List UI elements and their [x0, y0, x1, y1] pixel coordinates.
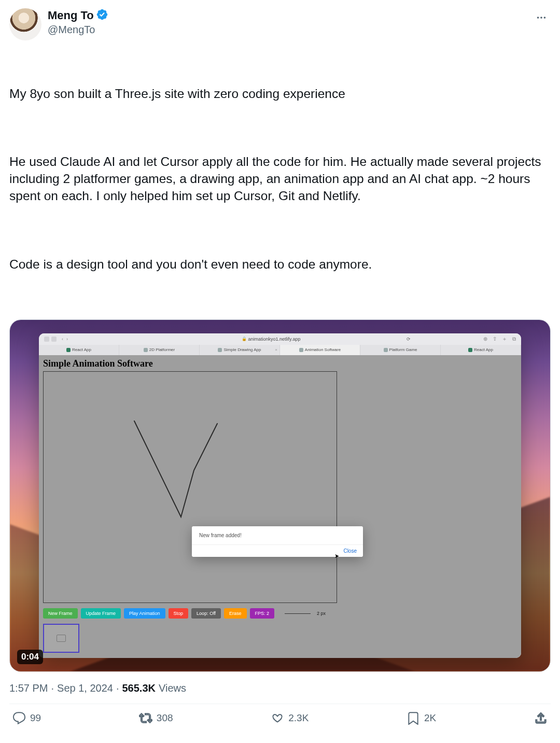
views-count[interactable]: 565.3K: [122, 682, 156, 694]
new-frame-button: New Frame: [43, 608, 78, 619]
address-bar: 🔒 animationkyo1.netlify.app: [141, 337, 401, 342]
tweet-actions: 99 308 2.3K 2K: [9, 709, 551, 734]
tweet-text: My 8yo son built a Three.js site with ze…: [9, 51, 551, 312]
tab-label: Platform Game: [389, 347, 417, 352]
retweet-button[interactable]: 308: [139, 711, 173, 725]
views-label: Views: [159, 682, 186, 694]
share-icon: ⇧: [493, 336, 497, 342]
px-value: 2 px: [317, 611, 326, 616]
alert-message: New frame added!: [192, 526, 363, 545]
bookmark-icon: [407, 711, 420, 725]
lock-icon: 🔒: [242, 337, 247, 341]
favicon-icon: [468, 348, 472, 352]
media-video[interactable]: ‹› 🔒 animationkyo1.netlify.app ⟳ ⊕ ⇧ ＋ ⧉…: [9, 319, 551, 672]
retweet-count: 308: [157, 712, 173, 724]
app-toolbar: New Frame Update Frame Play Animation St…: [43, 608, 517, 619]
ellipsis-icon: [536, 12, 547, 23]
bookmark-button[interactable]: 2K: [407, 711, 436, 725]
tweet-time[interactable]: 1:57 PM: [9, 682, 48, 694]
shield-icon: ⊕: [483, 336, 487, 342]
browser-toolbar: ‹› 🔒 animationkyo1.netlify.app ⟳ ⊕ ⇧ ＋ ⧉: [39, 333, 521, 345]
video-timestamp: 0:04: [17, 650, 43, 664]
update-frame-button: Update Frame: [81, 608, 121, 619]
reply-count: 99: [30, 712, 41, 724]
browser-tabs: React App 2D Platformer Simple Drawing A…: [39, 345, 521, 355]
browser-window: ‹› 🔒 animationkyo1.netlify.app ⟳ ⊕ ⇧ ＋ ⧉…: [39, 333, 521, 658]
handle[interactable]: @MengTo: [48, 24, 108, 36]
cursor-icon: ➤: [334, 553, 339, 559]
thumbnail-icon: [57, 635, 66, 642]
tweet-paragraph-2: He used Claude AI and let Cursor apply a…: [9, 153, 551, 204]
svg-point-2: [544, 17, 546, 19]
forward-icon: ›: [66, 337, 68, 342]
tab-drawing-app: Simple Drawing App×: [200, 345, 280, 355]
favicon-icon: [384, 348, 388, 352]
play-animation-button: Play Animation: [124, 608, 165, 619]
alert-close-button: Close: [343, 548, 357, 554]
frame-thumbnail: [43, 624, 79, 653]
tab-label: 2D Platformer: [149, 347, 175, 352]
share-icon: [534, 711, 548, 725]
favicon-icon: [144, 348, 148, 352]
display-name[interactable]: Meng To: [48, 9, 94, 22]
favicon-icon: [218, 348, 222, 352]
page-content: Simple Animation Software New Frame Upda…: [39, 355, 521, 658]
verified-badge-icon: [96, 8, 108, 23]
tab-label: React App: [72, 347, 91, 352]
share-button[interactable]: [534, 711, 548, 725]
avatar[interactable]: [9, 8, 41, 40]
bookmark-count: 2K: [424, 712, 436, 724]
like-count: 2.3K: [288, 712, 309, 724]
plus-icon: ＋: [502, 335, 507, 343]
favicon-icon: [299, 348, 303, 352]
tabs-icon: ⧉: [512, 336, 516, 342]
tweet-header: Meng To @MengTo: [9, 8, 551, 40]
author-names: Meng To @MengTo: [48, 8, 108, 36]
tab-label: Animation Software: [305, 347, 341, 352]
tweet-paragraph-3: Code is a design tool and you don't even…: [9, 256, 551, 273]
sidebar-toggle-icon: [44, 337, 57, 342]
tab-platform-game: Platform Game: [360, 345, 441, 355]
divider: [9, 704, 551, 704]
reply-icon: [12, 711, 26, 725]
favicon-icon: [66, 348, 71, 352]
loop-toggle: Loop: Off: [191, 608, 221, 619]
drawn-stroke: [132, 418, 235, 522]
tab-label: React App: [474, 347, 493, 352]
tweet-date[interactable]: Sep 1, 2024: [57, 682, 113, 694]
heart-icon: [271, 711, 284, 725]
stroke-width-slider: [285, 613, 311, 614]
nav-arrows: ‹›: [62, 337, 68, 342]
drawing-canvas: [43, 371, 337, 603]
tweet-container: Meng To @MengTo My 8yo son built a Three…: [0, 0, 560, 738]
tab-label: Simple Drawing App: [223, 347, 261, 352]
tab-react-app-1: React App: [39, 345, 119, 355]
reply-button[interactable]: 99: [12, 711, 41, 725]
more-options-button[interactable]: [532, 8, 551, 27]
erase-button: Erase: [224, 608, 247, 619]
stop-button: Stop: [169, 608, 189, 619]
url-text: animationkyo1.netlify.app: [248, 337, 301, 342]
retweet-icon: [139, 711, 152, 725]
svg-point-1: [540, 17, 542, 19]
back-icon: ‹: [62, 337, 63, 342]
tab-react-app-2: React App: [441, 345, 521, 355]
fps-button: FPS: 2: [250, 608, 275, 619]
tab-2d-platformer: 2D Platformer: [119, 345, 200, 355]
tweet-paragraph-1: My 8yo son built a Three.js site with ze…: [9, 85, 551, 102]
close-tab-icon: ×: [275, 347, 277, 352]
reload-icon: ⟳: [407, 337, 411, 342]
svg-point-0: [537, 17, 539, 19]
tweet-meta: 1:57 PM · Sep 1, 2024 · 565.3K Views: [9, 682, 551, 694]
like-button[interactable]: 2.3K: [271, 711, 309, 725]
tab-animation-software: Animation Software: [280, 345, 360, 355]
app-heading: Simple Animation Software: [43, 358, 517, 369]
